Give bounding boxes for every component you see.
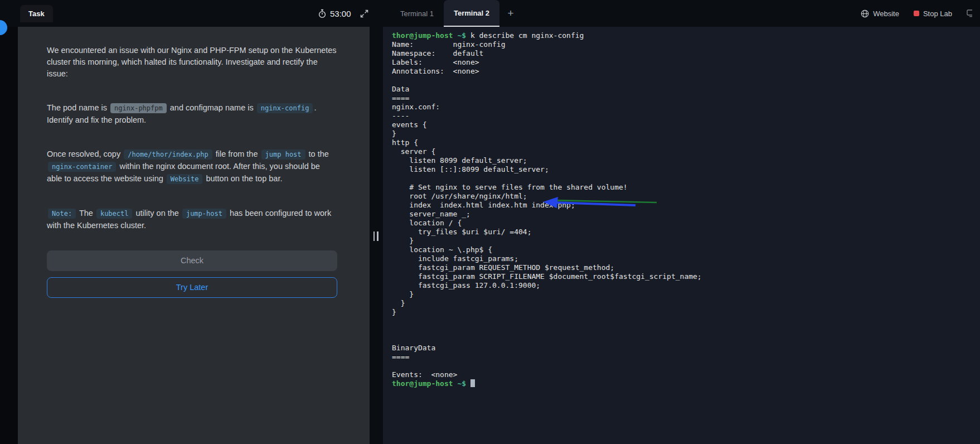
terminal-line: fastcgi_param SCRIPT_FILENAME $document_… [392, 272, 980, 281]
tab-label: Terminal 1 [400, 9, 434, 18]
terminal-line: events { [392, 120, 980, 129]
terminal-line [392, 174, 980, 183]
text-run: We encountered an issue with our Nginx a… [47, 46, 337, 78]
terminal-prompt-line: thor@jump-host ~$ [392, 379, 980, 388]
terminal-line [392, 326, 980, 335]
terminal-line [392, 335, 980, 344]
inline-code: nginx-phpfpm [110, 103, 167, 113]
terminal-line: Data [392, 85, 980, 94]
text-run: and configmap name is [168, 103, 256, 112]
terminal-tabs: Terminal 1 Terminal 2 + [390, 0, 522, 27]
terminal-line: try_files $uri $uri/ =404; [392, 228, 980, 237]
terminal-line: fastcgi_pass 127.0.0.1:9000; [392, 281, 980, 290]
panel-resize-handle[interactable] [371, 230, 380, 242]
terminal-line: ---- [392, 112, 980, 120]
try-later-button[interactable]: Try Later [47, 277, 337, 298]
stopwatch-icon [318, 9, 327, 18]
inline-code: Note: [48, 209, 76, 219]
terminal-line: BinaryData [392, 344, 980, 353]
terminal-line: } [392, 290, 980, 299]
task-panel: We encountered an issue with our Nginx a… [18, 22, 370, 444]
text-run: The pod name is [47, 103, 109, 112]
text-run: utility on the [133, 209, 181, 218]
prompt-user: thor@jump-host [392, 379, 453, 388]
terminal-line: listen 8099 default_server; [392, 156, 980, 165]
lab-timer: 53:00 [318, 0, 351, 27]
terminal-line: fastcgi_param REQUEST_METHOD $request_me… [392, 263, 980, 272]
text-run: to the [307, 149, 329, 158]
terminal-line: listen [::]:8099 default_server; [392, 165, 980, 174]
terminal-cursor [470, 379, 475, 387]
terminal-panel: thor@jump-host ~$ k describe cm nginx-co… [383, 27, 980, 444]
tab-label: Terminal 2 [454, 9, 489, 17]
terminal-line: location / { [392, 219, 980, 228]
terminal-line: root /usr/share/nginx/html; [392, 192, 980, 201]
inline-code: kubectl [96, 209, 133, 219]
left-rail [0, 27, 18, 444]
website-button[interactable]: Website [861, 9, 899, 18]
plus-icon: + [507, 7, 513, 20]
expand-icon[interactable] [360, 9, 369, 18]
inline-code: jump-host [182, 209, 226, 219]
terminal-line: } [392, 237, 980, 245]
stop-icon [914, 11, 919, 16]
terminal-line: server { [392, 147, 980, 156]
inline-code: /home/thor/index.php [124, 149, 212, 160]
task-tab-label: Task [28, 9, 45, 18]
terminal-line: # Set nginx to serve files from the shar… [392, 183, 980, 192]
inline-code: nginx-container [48, 162, 116, 172]
terminal-line: http { [392, 138, 980, 147]
prompt-symbol: ~$ [453, 379, 470, 388]
prompt-user: thor@jump-host [392, 31, 453, 40]
terminal-line: Labels: <none> [392, 58, 980, 67]
task-paragraph: Once resolved, copy /home/thor/index.php… [47, 148, 337, 185]
terminal-prompt-line: thor@jump-host ~$ k describe cm nginx-co… [392, 31, 980, 40]
task-body: We encountered an issue with our Nginx a… [18, 22, 370, 298]
terminal-line: server_name _; [392, 210, 980, 219]
text-run: The [77, 209, 95, 218]
terminal-line: } [392, 308, 980, 317]
terminal-line: Events: <none> [392, 370, 980, 379]
new-terminal-button[interactable]: + [499, 0, 522, 27]
terminal-line: nginx.conf: [392, 103, 980, 112]
terminal-line: include fastcgi_params; [392, 254, 980, 263]
topbar-right: Website Stop Lab [861, 0, 972, 27]
terminal-line [392, 361, 980, 370]
inline-code: jump host [261, 149, 305, 160]
terminal-line: Annotations: <none> [392, 67, 980, 76]
task-paragraphs: We encountered an issue with our Nginx a… [47, 45, 337, 231]
terminal-output[interactable]: thor@jump-host ~$ k describe cm nginx-co… [383, 27, 980, 388]
terminal-line [392, 317, 980, 326]
tab-terminal-1[interactable]: Terminal 1 [390, 0, 444, 27]
task-tab[interactable]: Task [20, 5, 53, 22]
inline-code: Website [167, 174, 203, 184]
terminal-line: location ~ \.php$ { [392, 245, 980, 254]
text-run: Once resolved, copy [47, 149, 123, 158]
timer-value: 53:00 [330, 9, 351, 18]
text-run: button on the top bar. [203, 174, 282, 183]
terminal-line: index index.html index.htm index.php; [392, 201, 980, 210]
terminal-line: Name: nginx-config [392, 40, 980, 49]
task-paragraph: The pod name is nginx-phpfpm and configm… [47, 102, 337, 126]
tab-terminal-2[interactable]: Terminal 2 [444, 0, 499, 27]
terminal-line: } [392, 299, 980, 308]
website-label: Website [873, 9, 899, 18]
prompt-symbol: ~$ [453, 31, 470, 40]
terminal-line: } [392, 129, 980, 138]
terminal-line: ==== [392, 94, 980, 103]
task-paragraph: We encountered an issue with our Nginx a… [47, 45, 337, 80]
check-button[interactable]: Check [47, 250, 337, 271]
stop-lab-button[interactable]: Stop Lab [914, 9, 952, 18]
task-paragraph: Note: The kubectl utility on the jump-ho… [47, 207, 337, 231]
globe-icon [861, 9, 869, 18]
terminal-line [392, 76, 980, 85]
inline-code: nginx-config [257, 103, 313, 113]
stop-lab-label: Stop Lab [923, 9, 952, 18]
topbar: Task 53:00 Terminal 1 Terminal 2 + [0, 0, 980, 27]
text-run: file from the [214, 149, 260, 158]
clipped-overflow-icon[interactable] [967, 9, 972, 17]
terminal-line: Namespace: default [392, 49, 980, 58]
terminal-line: ==== [392, 353, 980, 361]
